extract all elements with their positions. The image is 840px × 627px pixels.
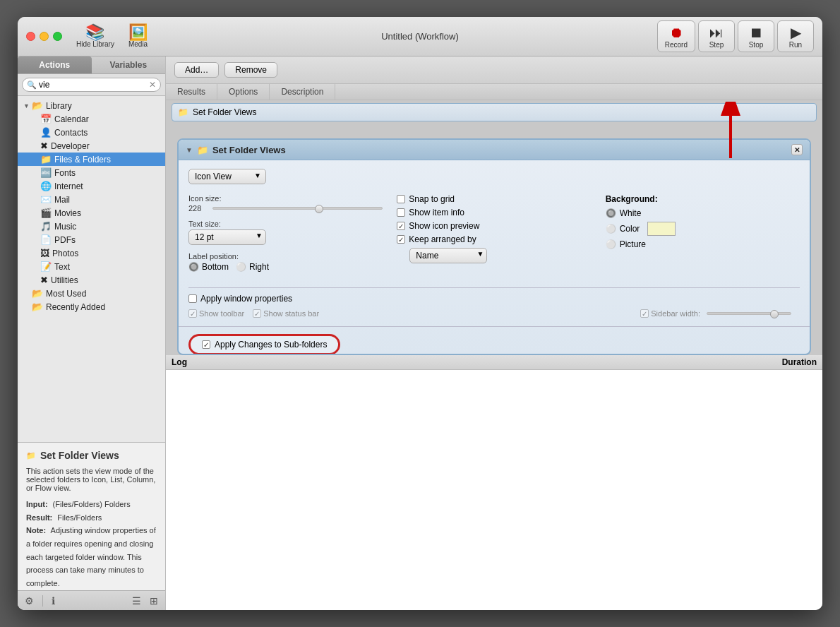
music-label: Music (54, 222, 76, 232)
log-label: Log (172, 357, 187, 367)
files-folders-label: Files & Folders (54, 155, 111, 165)
settings-button[interactable]: ⚙ (22, 594, 37, 608)
view-mode-select[interactable]: Icon View ▼ (188, 169, 266, 184)
show-toolbar-checkbox[interactable] (188, 309, 197, 318)
sidebar-item-developer[interactable]: ✖ Developer (18, 139, 165, 153)
apply-subfolders-checkbox[interactable] (202, 340, 210, 349)
sidebar-width-slider[interactable] (707, 312, 791, 315)
view-mode-label: Icon View (195, 172, 232, 181)
settings-grid: Icon size: 228 Text size: (188, 194, 800, 279)
tab-actions[interactable]: Actions (18, 56, 92, 73)
radio-bottom[interactable]: 🔘 (188, 262, 199, 272)
arrange-by-select[interactable]: Name ▼ (409, 248, 487, 263)
record-button[interactable]: ⏺ Record (657, 20, 695, 52)
search-clear-icon[interactable]: ✕ (149, 80, 156, 90)
sidebar-item-pdfs[interactable]: 📄 PDFs (18, 233, 165, 246)
snap-to-grid-checkbox[interactable] (397, 195, 405, 203)
sidebar-item-library[interactable]: ▼ 📂 Library (18, 99, 165, 112)
stop-button[interactable]: ⏹ Stop (738, 20, 774, 52)
show-icon-preview-group: Show icon preview (397, 221, 591, 231)
apply-window-props-checkbox[interactable] (188, 294, 197, 303)
pdfs-label: PDFs (54, 235, 76, 245)
action-item-icon: 📁 (178, 107, 188, 117)
minimize-button[interactable] (40, 32, 49, 41)
radio-white[interactable]: 🔘 (606, 208, 616, 218)
close-button[interactable] (26, 32, 35, 41)
icon-size-slider[interactable] (212, 207, 383, 210)
bg-white-option[interactable]: 🔘 White (606, 208, 800, 218)
sidebar-item-contacts[interactable]: 👤 Contacts (18, 126, 165, 139)
radio-color[interactable]: ⚪ (606, 224, 616, 234)
sidebar-item-photos[interactable]: 🖼 Photos (18, 246, 165, 260)
label-right-option[interactable]: ⚪ Right (236, 262, 269, 272)
label-position-group: Label position: 🔘 Bottom ⚪ Ri (188, 252, 383, 272)
search-input[interactable] (39, 80, 149, 90)
movies-icon: 🎬 (40, 208, 52, 218)
red-arrow (688, 102, 745, 172)
tab-description-upper[interactable]: Description (270, 84, 335, 100)
bg-color-option[interactable]: ⚪ Color (606, 222, 800, 236)
log-body (166, 370, 822, 610)
files-folders-icon: 📁 (40, 154, 52, 165)
step-button[interactable]: ⏭ Step (698, 20, 735, 52)
show-toolbar-label: Show toolbar (199, 309, 244, 318)
arrange-by-select-wrap: Name ▼ (409, 248, 591, 263)
sfv-footer-row: Apply Changes to Sub-folders (179, 326, 810, 355)
tab-variables[interactable]: Variables (92, 56, 166, 73)
label-bottom-option[interactable]: 🔘 Bottom (188, 262, 229, 272)
tab-options-upper[interactable]: Options (217, 84, 270, 100)
show-icon-preview-checkbox[interactable] (397, 222, 405, 230)
keep-arranged-group: Keep arranged by (397, 234, 591, 244)
run-label: Run (789, 41, 802, 49)
grid-view-icon[interactable]: ⊞ (147, 594, 161, 608)
sidebar-width-checkbox[interactable] (640, 309, 649, 318)
keep-arranged-checkbox[interactable] (397, 235, 405, 244)
label-position-label: Label position: (188, 252, 383, 261)
sidebar-item-files-folders[interactable]: 📁 Files & Folders (18, 153, 165, 166)
collapse-arrow-icon[interactable]: ▼ (186, 146, 193, 154)
apply-window-props-label: Apply window properties (200, 294, 292, 304)
search-bar: 🔍 ✕ (18, 74, 165, 96)
text-size-select[interactable]: 12 pt ▼ (188, 229, 266, 245)
show-status-bar-label: Show status bar (263, 309, 319, 318)
hide-library-button[interactable]: 📚 Hide Library (76, 25, 114, 48)
sidebar-item-mail[interactable]: ✉️ Mail (18, 193, 165, 206)
media-icon: 🖼️ (128, 25, 148, 40)
sidebar-item-most-used[interactable]: 📂 Most Used (18, 287, 165, 300)
developer-label: Developer (51, 141, 90, 151)
sidebar-item-utilities[interactable]: ✖ Utilities (18, 273, 165, 287)
snap-to-grid-label: Snap to grid (409, 194, 455, 204)
zoom-button[interactable] (53, 32, 62, 41)
show-status-bar-checkbox[interactable] (253, 309, 261, 318)
sidebar-item-recently-added[interactable]: 📂 Recently Added (18, 300, 165, 314)
color-swatch[interactable] (647, 222, 676, 236)
record-icon: ⏺ (669, 24, 683, 41)
settings-col-middle: Snap to grid Show item info Show icon pr… (397, 194, 591, 279)
sidebar-item-internet[interactable]: 🌐 Internet (18, 179, 165, 193)
traffic-lights (26, 32, 62, 41)
media-button[interactable]: 🖼️ Media (128, 25, 148, 48)
info-button[interactable]: ℹ (49, 594, 58, 608)
sidebar-item-music[interactable]: 🎵 Music (18, 220, 165, 233)
sidebar-item-text[interactable]: 📝 Text (18, 260, 165, 273)
radio-picture[interactable]: ⚪ (606, 239, 616, 249)
sidebar-width-thumb[interactable] (770, 310, 779, 318)
upper-tab-bar: Results Options Description (166, 84, 822, 100)
icon-size-group: Icon size: 228 (188, 194, 383, 213)
icon-size-thumb[interactable] (315, 205, 323, 213)
run-button[interactable]: ▶ Run (777, 20, 814, 52)
sfv-close-button[interactable]: ✕ (791, 144, 803, 155)
tab-results-upper[interactable]: Results (166, 84, 217, 100)
add-button[interactable]: Add… (174, 62, 219, 78)
radio-right[interactable]: ⚪ (236, 262, 246, 272)
sidebar-width-label: Sidebar width: (651, 309, 700, 318)
sidebar-item-movies[interactable]: 🎬 Movies (18, 206, 165, 220)
sidebar-item-calendar[interactable]: 📅 Calendar (18, 112, 165, 126)
bg-picture-option[interactable]: ⚪ Picture (606, 239, 800, 249)
icon-size-value: 228 (188, 204, 208, 213)
show-item-info-checkbox[interactable] (397, 208, 405, 217)
sidebar-item-fonts[interactable]: 🔤 Fonts (18, 166, 165, 179)
icon-size-slider-wrap: 228 (188, 204, 383, 213)
remove-button[interactable]: Remove (224, 62, 277, 78)
list-view-icon[interactable]: ☰ (129, 594, 144, 608)
